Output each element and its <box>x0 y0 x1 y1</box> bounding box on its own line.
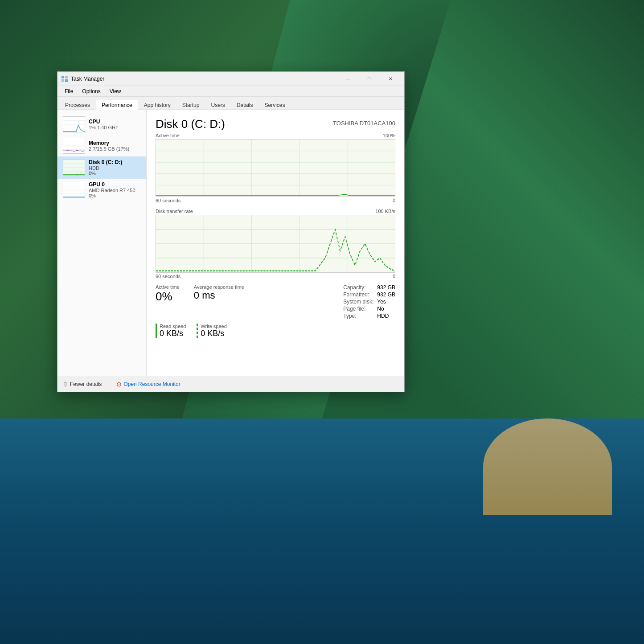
chart1-max: 100% <box>383 133 395 138</box>
chart1-footer: 60 seconds 0 <box>156 198 395 203</box>
write-speed-block: Write speed 0 KB/s <box>197 324 227 338</box>
avg-response-stat-value: 0 ms <box>194 291 244 300</box>
tab-performance[interactable]: Performance <box>96 100 138 110</box>
system-disk-value: Yes <box>377 299 395 305</box>
svg-rect-2 <box>62 79 64 82</box>
write-speed-value: 0 KB/s <box>201 329 227 338</box>
close-button[interactable]: ✕ <box>380 73 401 85</box>
svg-rect-3 <box>65 79 68 82</box>
avg-response-stat-label: Average response time <box>194 284 244 290</box>
chart1-label: Active time <box>156 133 180 138</box>
task-manager-window: Task Manager — □ ✕ File Options View Pro… <box>57 71 405 392</box>
title-bar-left: Task Manager <box>61 75 104 82</box>
svg-rect-1 <box>65 76 68 78</box>
capacity-label: Capacity: <box>343 284 373 291</box>
chart2-min: 0 <box>393 274 395 279</box>
window-controls: — □ ✕ <box>337 73 401 85</box>
active-time-chart <box>156 139 395 197</box>
avg-response-stat: Average response time 0 ms <box>194 284 244 300</box>
capacity-value: 932 GB <box>377 284 395 291</box>
chart2-time: 60 seconds <box>156 274 180 279</box>
main-header: Disk 0 (C: D:) TOSHIBA DT01ACA100 <box>156 117 395 131</box>
disk-info-grid: Capacity: 932 GB Formatted: 932 GB Syste… <box>343 284 395 319</box>
type-label: Type: <box>343 313 373 319</box>
main-content: Disk 0 (C: D:) TOSHIBA DT01ACA100 Active… <box>147 110 404 376</box>
svg-rect-20 <box>156 139 395 197</box>
read-speed-value: 0 KB/s <box>160 329 186 338</box>
formatted-value: 932 GB <box>377 291 395 298</box>
memory-label: Memory <box>89 140 141 146</box>
main-subtitle: TOSHIBA DT01ACA100 <box>333 120 395 127</box>
transfer-rate-chart <box>156 215 395 273</box>
title-bar: Task Manager — □ ✕ <box>57 72 404 86</box>
cpu-label: CPU <box>89 119 141 125</box>
system-disk-label: System disk: <box>343 299 373 305</box>
sidebar-item-cpu[interactable]: CPU 1% 1.40 GHz <box>57 114 146 135</box>
disk0-value: 0% <box>89 171 141 176</box>
gpu0-value: 0% <box>89 193 141 198</box>
bottom-divider <box>109 381 109 388</box>
sidebar-item-memory[interactable]: Memory 2.7/15.9 GB (17%) <box>57 135 146 156</box>
stats-row: Active time 0% Average response time 0 m… <box>156 284 395 319</box>
chart2-max: 100 KB/s <box>375 209 395 214</box>
resource-monitor-icon: ⊙ <box>116 381 122 388</box>
gpu0-sublabel: AMD Radeon R7 450 <box>89 188 141 193</box>
menu-view[interactable]: View <box>106 87 125 95</box>
sidebar: CPU 1% 1.40 GHz <box>57 110 147 376</box>
sidebar-item-disk0[interactable]: Disk 0 (C: D:) HDD 0% <box>57 156 146 179</box>
cpu-thumbnail <box>63 116 85 132</box>
tab-details[interactable]: Details <box>231 100 259 110</box>
active-time-stat-label: Active time <box>156 284 180 290</box>
svg-rect-0 <box>62 76 64 78</box>
fewer-details-label: Fewer details <box>70 381 102 387</box>
tab-startup[interactable]: Startup <box>176 100 205 110</box>
active-time-stat-value: 0% <box>156 291 180 302</box>
open-resource-monitor-link[interactable]: ⊙ Open Resource Monitor <box>116 381 180 388</box>
chevron-up-icon: ⇧ <box>63 381 68 388</box>
disk0-label: Disk 0 (C: D:) <box>89 159 141 165</box>
fewer-details-button[interactable]: ⇧ Fewer details <box>63 381 102 388</box>
page-file-label: Page file: <box>343 306 373 312</box>
menu-bar: File Options View <box>57 86 404 97</box>
read-speed-label: Read speed <box>160 324 186 329</box>
formatted-label: Formatted: <box>343 291 373 298</box>
disk0-sidebar-info: Disk 0 (C: D:) HDD 0% <box>89 159 141 176</box>
minimize-button[interactable]: — <box>337 73 358 85</box>
memory-sublabel: 2.7/15.9 GB (17%) <box>89 146 141 152</box>
chart1-time: 60 seconds <box>156 198 180 203</box>
memory-sidebar-info: Memory 2.7/15.9 GB (17%) <box>89 140 141 152</box>
app-icon <box>61 75 68 82</box>
chart2-label: Disk transfer rate <box>156 209 193 214</box>
disk0-sublabel: HDD <box>89 165 141 171</box>
cpu-sidebar-info: CPU 1% 1.40 GHz <box>89 119 141 130</box>
bg-sand <box>483 418 612 515</box>
disk0-thumbnail <box>63 160 85 176</box>
read-speed-block: Read speed 0 KB/s <box>156 324 186 338</box>
chart2-footer: 60 seconds 0 <box>156 274 395 279</box>
info-grid: Capacity: 932 GB Formatted: 932 GB Syste… <box>343 284 395 319</box>
tab-app-history[interactable]: App history <box>138 100 176 110</box>
active-time-chart-section: Active time 100% <box>156 133 395 203</box>
write-speed-label: Write speed <box>201 324 227 329</box>
transfer-rate-chart-section: Disk transfer rate 100 KB/s <box>156 209 395 279</box>
cpu-sublabel: 1% 1.40 GHz <box>89 125 141 130</box>
gpu0-thumbnail <box>63 182 85 198</box>
speed-row: Read speed 0 KB/s Write speed 0 KB/s <box>156 324 395 338</box>
active-time-stat: Active time 0% <box>156 284 180 302</box>
tab-users[interactable]: Users <box>205 100 230 110</box>
tab-services[interactable]: Services <box>259 100 291 110</box>
page-file-value: No <box>377 306 395 312</box>
memory-thumbnail <box>63 138 85 154</box>
menu-options[interactable]: Options <box>78 87 104 95</box>
chart1-header: Active time 100% <box>156 133 395 138</box>
type-value: HDD <box>377 313 395 319</box>
maximize-button[interactable]: □ <box>359 73 379 85</box>
sidebar-item-gpu0[interactable]: GPU 0 AMD Radeon R7 450 0% <box>57 179 146 201</box>
content-area: CPU 1% 1.40 GHz <box>57 110 404 376</box>
gpu0-sidebar-info: GPU 0 AMD Radeon R7 450 0% <box>89 181 141 198</box>
chart2-header: Disk transfer rate 100 KB/s <box>156 209 395 214</box>
window-title: Task Manager <box>71 76 104 82</box>
chart1-min: 0 <box>393 198 395 203</box>
tab-processes[interactable]: Processes <box>59 100 96 110</box>
menu-file[interactable]: File <box>61 87 77 95</box>
